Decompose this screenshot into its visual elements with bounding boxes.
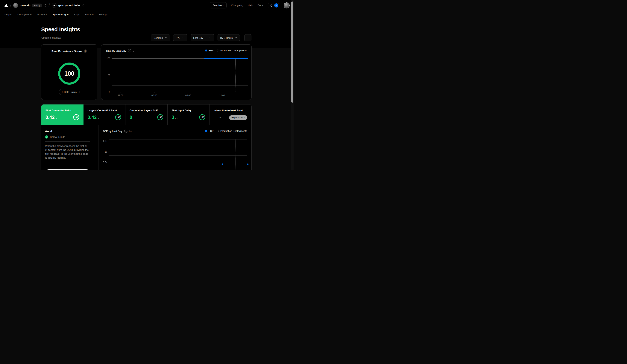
score-value: 100 xyxy=(64,70,74,77)
top-nav-actions: Feedback Changelog Help Docs 7 xyxy=(210,2,289,8)
help-link[interactable]: Help xyxy=(248,4,253,7)
legend-fcp[interactable]: FCP xyxy=(205,130,213,132)
divider xyxy=(45,141,90,142)
updated-status: Updated just now xyxy=(41,36,61,39)
res-data-point[interactable] xyxy=(221,58,223,59)
legend-production-deployments[interactable]: Production Deployments xyxy=(217,130,247,132)
metric-value: 0.42 xyxy=(46,115,55,120)
tab-analytics[interactable]: Analytics xyxy=(37,11,47,18)
y-axis-label: 100 xyxy=(106,57,110,60)
metric-tab-lcp[interactable]: Largest Contentful Paint 0.42 s 100 xyxy=(84,104,126,125)
res-plot-area: 100 50 0 18:00 00:00 06:00 12:00 xyxy=(112,58,248,92)
score-ring: 100 xyxy=(58,62,80,85)
breadcrumb-separator: / xyxy=(10,2,11,8)
fcp-data-line[interactable] xyxy=(222,164,248,164)
chevron-down-icon xyxy=(165,37,167,39)
chevron-down-icon xyxy=(182,37,185,39)
team-name: muscaiu xyxy=(20,4,31,7)
page-scrollbar-track[interactable] xyxy=(291,0,294,170)
tab-deployments[interactable]: Deployments xyxy=(17,11,32,18)
x-axis-label: 18:00 xyxy=(118,94,123,97)
bell-icon xyxy=(270,4,273,7)
arrow-right-circle-icon[interactable] xyxy=(128,49,131,52)
team-breadcrumb[interactable]: muscaiu Hobby xyxy=(13,3,47,8)
device-filter-dropdown[interactable]: Desktop xyxy=(151,34,170,41)
interval-dropdown[interactable]: By 3 Hours xyxy=(217,34,240,41)
metric-value: — xyxy=(214,115,218,119)
y-axis-label: 1.5s xyxy=(103,140,107,143)
team-switcher-icon[interactable] xyxy=(44,4,47,7)
breadcrumb: / muscaiu Hobby / gatsby-portofolio xyxy=(4,3,85,8)
metric-threshold: Below 0.934s xyxy=(50,136,65,138)
project-breadcrumb[interactable]: gatsby-portofolio xyxy=(52,3,84,8)
metric-tab-fcp[interactable]: First Contentful Paint 0.42 s 100 xyxy=(41,104,84,125)
fcp-plot-area: 1.5s 1s 0.5s xyxy=(109,140,247,170)
metric-tab-cls[interactable]: Cumulative Layout Shift 0 100 xyxy=(125,104,167,125)
blue-dot-icon xyxy=(205,50,207,52)
chevron-down-icon xyxy=(209,37,212,39)
fcp-chart-panel: FCP by Last Day 0s FCP Production Deploy… xyxy=(98,125,252,170)
project-switcher-icon[interactable] xyxy=(82,4,85,7)
deployment-count: 0 xyxy=(133,50,134,52)
metric-detail-area: Good Below 0.934s When the browser rende… xyxy=(41,125,252,170)
details-cta-button[interactable] xyxy=(45,169,90,170)
tab-storage[interactable]: Storage xyxy=(85,11,93,18)
metric-value: 3 xyxy=(172,115,174,120)
metric-unit: ms xyxy=(219,116,222,119)
project-tab-bar: Project Deployments Analytics Speed Insi… xyxy=(0,11,294,18)
page-title: Speed Insights xyxy=(41,26,80,33)
metric-score-badge: 100 xyxy=(115,114,121,120)
res-data-point[interactable] xyxy=(247,58,248,59)
tab-speed-insights[interactable]: Speed Insights xyxy=(52,11,69,18)
time-range-dropdown[interactable]: Last Day xyxy=(191,34,214,41)
legend-res[interactable]: RES xyxy=(205,49,214,52)
fcp-chart-legend: FCP Production Deployments xyxy=(205,130,247,132)
filter-row: Desktop P75 Last Day By 3 Hours ⋯ xyxy=(151,34,252,41)
tab-logs[interactable]: Logs xyxy=(74,11,80,18)
top-navigation-bar: / muscaiu Hobby / gatsby-portofolio Feed… xyxy=(0,0,294,11)
arrow-right-circle-icon[interactable] xyxy=(124,130,127,133)
breadcrumb-separator: / xyxy=(49,2,50,8)
app-header: / muscaiu Hobby / gatsby-portofolio Feed… xyxy=(0,0,294,48)
res-data-line[interactable] xyxy=(205,58,247,59)
fcp-data-point[interactable] xyxy=(222,163,223,165)
res-card-title: Real Experience Score xyxy=(52,50,82,53)
metric-value: 0.42 xyxy=(88,115,97,120)
res-chart-title: RES by Last Day xyxy=(106,49,126,52)
res-no-data-line xyxy=(112,58,205,59)
notifications-button[interactable]: 7 xyxy=(268,3,279,8)
team-avatar xyxy=(13,3,18,8)
x-axis-label: 06:00 xyxy=(185,94,191,97)
metric-tab-fid[interactable]: First Input Delay 3 ms 100 xyxy=(167,104,210,125)
changelog-link[interactable]: Changelog xyxy=(231,4,243,7)
vercel-logo-icon[interactable] xyxy=(4,3,8,7)
metric-score-badge: 100 xyxy=(157,114,163,120)
fcp-chart-title: FCP by Last Day xyxy=(103,130,122,133)
metric-description: When the browser renders the first bit o… xyxy=(45,144,90,160)
experimental-badge: Experimental xyxy=(229,115,247,120)
metric-tab-inp[interactable]: Interaction to Next Paint — ms Experimen… xyxy=(209,104,252,125)
feedback-button[interactable]: Feedback xyxy=(210,2,226,8)
more-options-button[interactable]: ⋯ xyxy=(244,34,252,41)
metric-rating: Good xyxy=(45,130,95,133)
tab-settings[interactable]: Settings xyxy=(99,11,108,18)
legend-production-deployments[interactable]: Production Deployments xyxy=(217,49,247,52)
user-avatar[interactable] xyxy=(284,3,289,8)
info-icon[interactable]: i xyxy=(84,50,87,53)
dashed-circle-icon xyxy=(217,50,219,52)
deployment-count: 0s xyxy=(129,130,132,133)
data-points-pill[interactable]: 5 Data Points xyxy=(59,89,80,95)
metric-score-badge: 100 xyxy=(199,114,205,120)
res-chart-legend: RES Production Deployments xyxy=(205,49,247,52)
tab-project[interactable]: Project xyxy=(4,11,12,18)
web-vitals-card: First Contentful Paint 0.42 s 100 Larges… xyxy=(41,104,252,170)
percentile-filter-dropdown[interactable]: P75 xyxy=(173,34,187,41)
current-time-marker xyxy=(235,58,236,92)
blue-dot-icon xyxy=(205,130,207,132)
res-data-point[interactable] xyxy=(205,58,206,59)
metric-score-badge: 100 xyxy=(73,114,79,120)
fcp-data-point[interactable] xyxy=(247,163,249,165)
docs-link[interactable]: Docs xyxy=(258,4,263,7)
check-circle-icon xyxy=(45,135,48,139)
page-scrollbar-thumb[interactable] xyxy=(291,1,293,103)
